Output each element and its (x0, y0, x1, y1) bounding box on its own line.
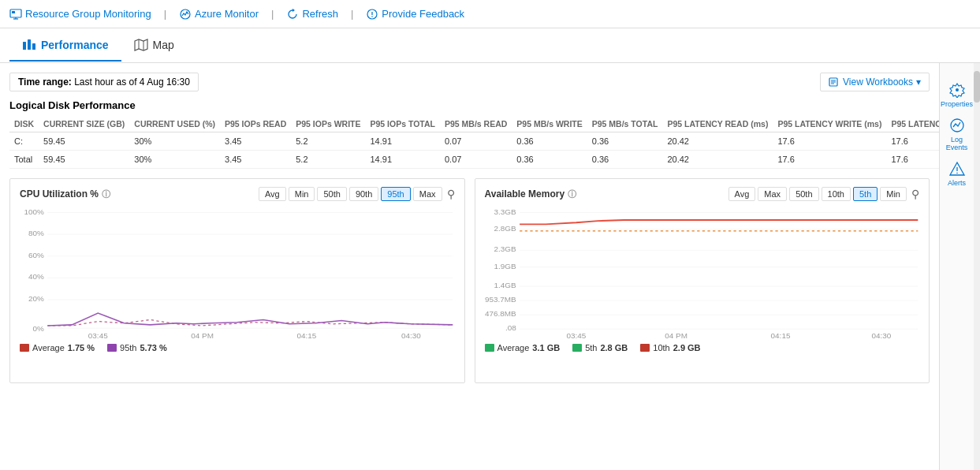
svg-point-7 (372, 16, 374, 17)
legend-cpu-avg: Average 1.75 % (20, 343, 95, 352)
mem-btn-min[interactable]: Min (880, 187, 907, 201)
svg-text:04:30: 04:30 (871, 331, 891, 340)
svg-rect-10 (32, 43, 35, 50)
nav-feedback[interactable]: Provide Feedback (366, 8, 464, 21)
memory-chart-card: Available Memory ⓘ Avg Max 50th 10th 5th… (475, 178, 930, 383)
svg-text:04:30: 04:30 (401, 331, 421, 340)
properties-icon (949, 82, 965, 98)
cpu-btn-max[interactable]: Max (413, 187, 442, 201)
svg-text:03:45: 03:45 (566, 331, 586, 340)
performance-icon (22, 38, 36, 52)
cpu-pin-icon[interactable]: ⚲ (447, 188, 455, 200)
nav-refresh[interactable]: Refresh (286, 8, 338, 21)
scrollbar-thumb (974, 71, 980, 103)
tab-bar: Performance Map (0, 28, 980, 63)
legend-swatch-95th (107, 344, 117, 352)
disk-table-title: Logical Disk Performance (9, 99, 930, 111)
svg-text:04 PM: 04 PM (665, 331, 687, 340)
tab-map[interactable]: Map (121, 30, 187, 62)
svg-text:100%: 100% (24, 207, 45, 216)
charts-row: CPU Utilization % ⓘ Avg Min 50th 90th 95… (9, 178, 930, 383)
view-workbooks-button[interactable]: View Workbooks ▾ (820, 73, 930, 91)
svg-text:03:45: 03:45 (88, 331, 108, 340)
legend-swatch-mem-avg (485, 344, 494, 352)
svg-text:953.7MB: 953.7MB (485, 295, 516, 304)
sidebar-properties[interactable]: Properties (940, 77, 974, 113)
table-row: Total59.4530%3.455.214.910.070.360.3620.… (9, 151, 939, 169)
cpu-btn-50th[interactable]: 50th (317, 187, 346, 201)
cpu-chart-header: CPU Utilization % ⓘ Avg Min 50th 90th 95… (20, 187, 455, 201)
svg-text:20%: 20% (28, 294, 44, 303)
top-nav: Resource Group Monitoring | Azure Monito… (0, 0, 980, 28)
alerts-icon (949, 161, 965, 177)
svg-text:60%: 60% (28, 251, 44, 259)
cpu-chart-buttons: Avg Min 50th 90th 95th Max (259, 187, 442, 201)
svg-rect-9 (28, 39, 31, 50)
feedback-icon (366, 8, 378, 21)
azure-monitor-icon (179, 8, 192, 21)
legend-swatch-avg (20, 344, 29, 352)
mem-btn-5th[interactable]: 5th (853, 187, 878, 201)
svg-text:2.8GB: 2.8GB (494, 224, 516, 233)
refresh-icon (286, 8, 299, 21)
cpu-btn-90th[interactable]: 90th (349, 187, 378, 201)
scrollbar[interactable] (974, 63, 980, 470)
map-icon (134, 38, 148, 52)
content-area: Time range: Last hour as of 4 Aug 16:30 … (0, 63, 939, 470)
sidebar-log-events[interactable]: Log Events (940, 113, 974, 156)
nav-azure-monitor[interactable]: Azure Monitor (179, 8, 259, 21)
col-mbs-write: P95 MB/s WRITE (512, 116, 587, 132)
col-lat-read: P95 LATENCY READ (ms) (662, 116, 773, 132)
time-range-pill[interactable]: Time range: Last hour as of 4 Aug 16:30 (9, 73, 199, 91)
sidebar-alerts[interactable]: Alerts (940, 156, 974, 192)
svg-text:80%: 80% (28, 229, 44, 237)
svg-text:04:15: 04:15 (297, 331, 317, 340)
svg-text:.08: .08 (505, 323, 516, 332)
col-size: CURRENT SIZE (GB) (39, 116, 129, 132)
cpu-chart-svg: 100% 80% 60% 40% 20% 0% (20, 206, 455, 340)
svg-text:04:15: 04:15 (770, 331, 790, 340)
legend-swatch-mem-5th (572, 344, 582, 352)
cpu-info-icon: ⓘ (102, 188, 110, 200)
svg-text:04 PM: 04 PM (191, 331, 214, 340)
col-disk: DISK (9, 116, 39, 132)
table-row: C:59.4530%3.455.214.910.070.360.3620.421… (9, 132, 939, 151)
cpu-chart-card: CPU Utilization % ⓘ Avg Min 50th 90th 95… (9, 178, 465, 383)
monitor-icon (9, 8, 22, 21)
cpu-chart-title: CPU Utilization % ⓘ (20, 188, 110, 200)
disk-table: DISK CURRENT SIZE (GB) CURRENT USED (%) … (9, 116, 939, 169)
col-iops-read: P95 IOPs READ (220, 116, 291, 132)
legend-mem-10th: 10th 2.9 GB (640, 343, 700, 352)
right-sidebar: Properties Log Events Alerts (939, 63, 980, 470)
time-range-bar: Time range: Last hour as of 4 Aug 16:30 … (9, 73, 930, 91)
svg-point-54 (956, 88, 959, 91)
memory-info-icon: ⓘ (568, 188, 576, 200)
svg-marker-11 (135, 39, 147, 50)
mem-btn-avg[interactable]: Avg (728, 187, 756, 201)
nav-resource-group[interactable]: Resource Group Monitoring (9, 8, 151, 21)
col-lat-write: P95 LATENCY WRITE (ms) (773, 116, 886, 132)
svg-rect-0 (10, 9, 21, 17)
cpu-btn-min[interactable]: Min (289, 187, 315, 201)
col-iops-total: P95 IOPs TOTAL (366, 116, 440, 132)
memory-pin-icon[interactable]: ⚲ (911, 188, 919, 200)
workbooks-icon (829, 76, 840, 88)
svg-text:2.3GB: 2.3GB (494, 245, 516, 254)
mem-btn-max[interactable]: Max (758, 187, 787, 201)
svg-text:3.3GB: 3.3GB (494, 207, 516, 216)
col-mbs-total: P95 MB/s TOTAL (587, 116, 663, 132)
memory-chart-legend: Average 3.1 GB 5th 2.8 GB 10th 2.9 GB (485, 343, 920, 352)
legend-mem-5th: 5th 2.8 GB (572, 343, 628, 352)
tab-performance[interactable]: Performance (9, 30, 121, 62)
cpu-btn-95th[interactable]: 95th (381, 187, 410, 201)
svg-text:1.4GB: 1.4GB (494, 281, 516, 289)
svg-point-58 (956, 173, 958, 174)
svg-text:476.8MB: 476.8MB (485, 309, 516, 318)
cpu-btn-avg[interactable]: Avg (259, 187, 286, 201)
col-iops-write: P95 IOPs WRITE (291, 116, 365, 132)
mem-btn-50th[interactable]: 50th (789, 187, 818, 201)
svg-text:0%: 0% (33, 325, 45, 334)
memory-chart-svg: 3.3GB 2.8GB 2.3GB 1.9GB 1.4GB 953.7MB 47… (485, 206, 920, 340)
log-events-icon (949, 118, 965, 133)
mem-btn-10th[interactable]: 10th (822, 187, 851, 201)
